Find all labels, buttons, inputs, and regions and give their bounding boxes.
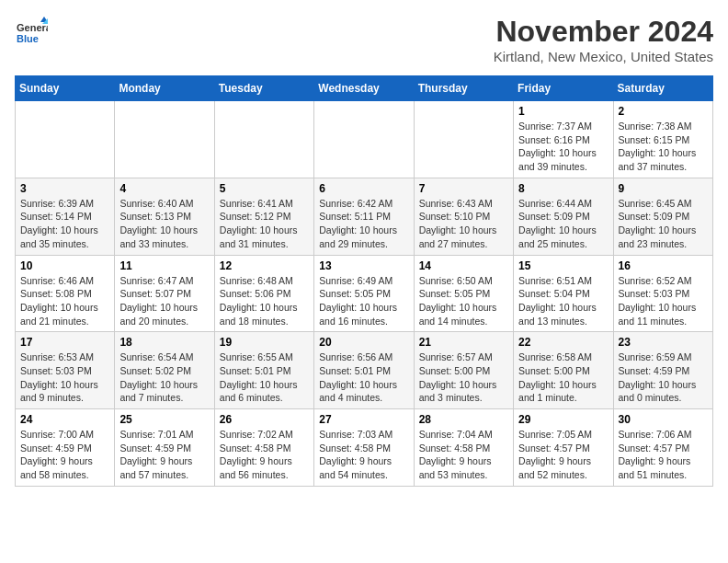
calendar-cell: 26Sunrise: 7:02 AM Sunset: 4:58 PM Dayli…	[214, 409, 313, 487]
calendar-cell: 12Sunrise: 6:48 AM Sunset: 5:06 PM Dayli…	[214, 255, 313, 332]
calendar-cell	[414, 101, 513, 178]
day-info: Sunrise: 6:58 AM Sunset: 5:00 PM Dayligh…	[518, 350, 608, 405]
calendar-cell: 2Sunrise: 7:38 AM Sunset: 6:15 PM Daylig…	[613, 101, 712, 178]
calendar-cell: 1Sunrise: 7:37 AM Sunset: 6:16 PM Daylig…	[514, 101, 613, 178]
day-info: Sunrise: 6:49 AM Sunset: 5:05 PM Dayligh…	[319, 274, 408, 328]
calendar-cell: 15Sunrise: 6:51 AM Sunset: 5:04 PM Dayli…	[514, 255, 613, 332]
calendar-cell: 18Sunrise: 6:54 AM Sunset: 5:02 PM Dayli…	[115, 332, 214, 409]
day-info: Sunrise: 6:42 AM Sunset: 5:11 PM Dayligh…	[319, 197, 408, 251]
calendar-cell: 8Sunrise: 6:44 AM Sunset: 5:09 PM Daylig…	[514, 178, 613, 255]
day-number: 28	[419, 413, 508, 426]
week-row-2: 3Sunrise: 6:39 AM Sunset: 5:14 PM Daylig…	[16, 178, 713, 255]
day-number: 5	[220, 182, 309, 195]
day-info: Sunrise: 7:38 AM Sunset: 6:15 PM Dayligh…	[619, 120, 708, 174]
week-row-4: 17Sunrise: 6:53 AM Sunset: 5:03 PM Dayli…	[16, 332, 713, 409]
day-info: Sunrise: 7:02 AM Sunset: 4:58 PM Dayligh…	[220, 428, 309, 482]
calendar-cell: 4Sunrise: 6:40 AM Sunset: 5:13 PM Daylig…	[115, 178, 214, 255]
day-info: Sunrise: 6:53 AM Sunset: 5:03 PM Dayligh…	[20, 350, 109, 405]
calendar-cell: 30Sunrise: 7:06 AM Sunset: 4:57 PM Dayli…	[613, 409, 712, 487]
calendar-cell	[314, 101, 414, 178]
day-number: 20	[319, 336, 408, 349]
day-number: 21	[419, 336, 508, 349]
day-info: Sunrise: 6:50 AM Sunset: 5:05 PM Dayligh…	[419, 274, 508, 328]
day-number: 18	[119, 336, 209, 349]
calendar-cell: 11Sunrise: 6:47 AM Sunset: 5:07 PM Dayli…	[115, 255, 214, 332]
weekday-header-monday: Monday	[115, 76, 214, 101]
day-number: 14	[419, 259, 508, 272]
page-header: General Blue November 2024 Kirtland, New…	[15, 15, 713, 64]
calendar-cell: 22Sunrise: 6:58 AM Sunset: 5:00 PM Dayli…	[514, 332, 613, 409]
day-number: 27	[319, 413, 408, 426]
day-number: 13	[319, 259, 408, 272]
svg-text:Blue: Blue	[17, 33, 39, 44]
day-number: 1	[518, 105, 608, 118]
day-number: 16	[619, 259, 708, 272]
day-number: 25	[119, 413, 209, 426]
calendar-cell: 21Sunrise: 6:57 AM Sunset: 5:00 PM Dayli…	[414, 332, 513, 409]
calendar-table: SundayMondayTuesdayWednesdayThursdayFrid…	[15, 75, 713, 487]
day-info: Sunrise: 6:55 AM Sunset: 5:01 PM Dayligh…	[220, 350, 309, 405]
day-info: Sunrise: 6:40 AM Sunset: 5:13 PM Dayligh…	[119, 197, 209, 251]
day-info: Sunrise: 6:52 AM Sunset: 5:03 PM Dayligh…	[619, 274, 708, 328]
logo-icon: General Blue	[15, 15, 48, 48]
day-info: Sunrise: 6:57 AM Sunset: 5:00 PM Dayligh…	[419, 350, 508, 405]
day-info: Sunrise: 7:03 AM Sunset: 4:58 PM Dayligh…	[319, 428, 408, 482]
day-number: 3	[20, 182, 109, 195]
day-info: Sunrise: 7:01 AM Sunset: 4:59 PM Dayligh…	[119, 428, 209, 482]
weekday-header-sunday: Sunday	[16, 76, 115, 101]
day-number: 4	[119, 182, 209, 195]
day-number: 2	[619, 105, 708, 118]
day-info: Sunrise: 6:44 AM Sunset: 5:09 PM Dayligh…	[518, 197, 608, 251]
calendar-cell: 3Sunrise: 6:39 AM Sunset: 5:14 PM Daylig…	[16, 178, 115, 255]
day-number: 11	[119, 259, 209, 272]
calendar-cell: 16Sunrise: 6:52 AM Sunset: 5:03 PM Dayli…	[613, 255, 712, 332]
day-info: Sunrise: 6:59 AM Sunset: 4:59 PM Dayligh…	[619, 350, 708, 405]
day-info: Sunrise: 7:00 AM Sunset: 4:59 PM Dayligh…	[20, 428, 109, 482]
day-number: 17	[20, 336, 109, 349]
day-info: Sunrise: 6:51 AM Sunset: 5:04 PM Dayligh…	[518, 274, 608, 328]
calendar-cell	[214, 101, 313, 178]
day-info: Sunrise: 6:54 AM Sunset: 5:02 PM Dayligh…	[119, 350, 209, 405]
day-number: 6	[319, 182, 408, 195]
day-number: 29	[518, 413, 608, 426]
calendar-cell: 20Sunrise: 6:56 AM Sunset: 5:01 PM Dayli…	[314, 332, 414, 409]
logo: General Blue	[15, 15, 48, 48]
day-info: Sunrise: 6:56 AM Sunset: 5:01 PM Dayligh…	[319, 350, 408, 405]
day-info: Sunrise: 7:37 AM Sunset: 6:16 PM Dayligh…	[518, 120, 608, 174]
day-info: Sunrise: 6:48 AM Sunset: 5:06 PM Dayligh…	[220, 274, 309, 328]
calendar-cell: 23Sunrise: 6:59 AM Sunset: 4:59 PM Dayli…	[613, 332, 712, 409]
day-info: Sunrise: 6:43 AM Sunset: 5:10 PM Dayligh…	[419, 197, 508, 251]
calendar-cell: 29Sunrise: 7:05 AM Sunset: 4:57 PM Dayli…	[514, 409, 613, 487]
calendar-cell: 13Sunrise: 6:49 AM Sunset: 5:05 PM Dayli…	[314, 255, 414, 332]
weekday-header-wednesday: Wednesday	[314, 76, 414, 101]
week-row-3: 10Sunrise: 6:46 AM Sunset: 5:08 PM Dayli…	[16, 255, 713, 332]
calendar-cell: 7Sunrise: 6:43 AM Sunset: 5:10 PM Daylig…	[414, 178, 513, 255]
day-number: 12	[220, 259, 309, 272]
weekday-header-tuesday: Tuesday	[214, 76, 313, 101]
day-info: Sunrise: 6:45 AM Sunset: 5:09 PM Dayligh…	[619, 197, 708, 251]
week-row-5: 24Sunrise: 7:00 AM Sunset: 4:59 PM Dayli…	[16, 409, 713, 487]
title-area: November 2024 Kirtland, New Mexico, Unit…	[494, 15, 713, 64]
day-info: Sunrise: 6:46 AM Sunset: 5:08 PM Dayligh…	[20, 274, 109, 328]
day-info: Sunrise: 6:41 AM Sunset: 5:12 PM Dayligh…	[220, 197, 309, 251]
weekday-header-friday: Friday	[514, 76, 613, 101]
day-number: 24	[20, 413, 109, 426]
day-number: 19	[220, 336, 309, 349]
day-info: Sunrise: 7:04 AM Sunset: 4:58 PM Dayligh…	[419, 428, 508, 482]
calendar-cell: 25Sunrise: 7:01 AM Sunset: 4:59 PM Dayli…	[115, 409, 214, 487]
weekday-header-thursday: Thursday	[414, 76, 513, 101]
location-title: Kirtland, New Mexico, United States	[494, 49, 713, 64]
day-number: 15	[518, 259, 608, 272]
day-number: 30	[619, 413, 708, 426]
day-info: Sunrise: 6:47 AM Sunset: 5:07 PM Dayligh…	[119, 274, 209, 328]
weekday-header-saturday: Saturday	[613, 76, 712, 101]
week-row-1: 1Sunrise: 7:37 AM Sunset: 6:16 PM Daylig…	[16, 101, 713, 178]
calendar-cell: 28Sunrise: 7:04 AM Sunset: 4:58 PM Dayli…	[414, 409, 513, 487]
day-number: 9	[619, 182, 708, 195]
day-info: Sunrise: 7:05 AM Sunset: 4:57 PM Dayligh…	[518, 428, 608, 482]
month-title: November 2024	[494, 15, 713, 49]
day-number: 26	[220, 413, 309, 426]
day-info: Sunrise: 7:06 AM Sunset: 4:57 PM Dayligh…	[619, 428, 708, 482]
calendar-cell	[16, 101, 115, 178]
calendar-cell: 27Sunrise: 7:03 AM Sunset: 4:58 PM Dayli…	[314, 409, 414, 487]
